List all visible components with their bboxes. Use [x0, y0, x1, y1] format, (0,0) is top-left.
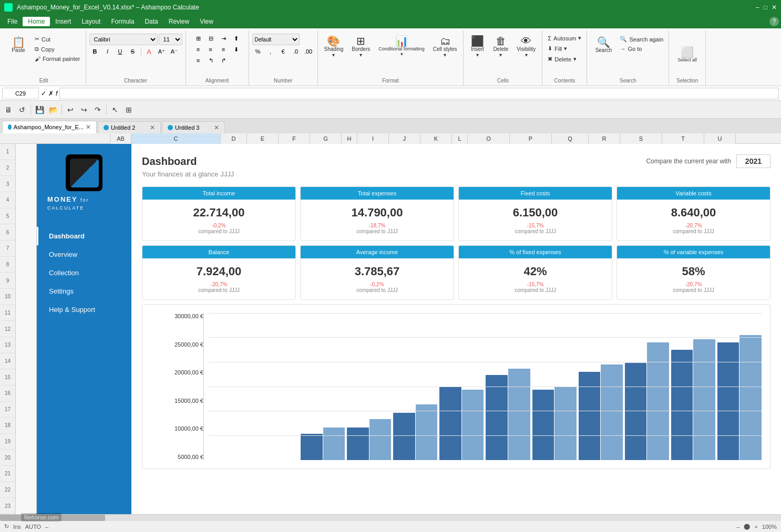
align-left-button[interactable]: ≡: [192, 45, 204, 54]
menu-data[interactable]: Data: [139, 17, 163, 26]
sidebar-item-overview[interactable]: Overview: [37, 245, 131, 264]
restore-btn[interactable]: □: [764, 4, 767, 11]
tab-close-0[interactable]: ✕: [86, 123, 91, 131]
copy-button[interactable]: ⧉ Copy: [33, 45, 83, 54]
refresh-icon[interactable]: ↻: [4, 523, 9, 530]
number-format-select[interactable]: Default: [252, 34, 300, 45]
format-painter-button[interactable]: 🖌 Format painter: [33, 55, 83, 63]
tab-2[interactable]: Untitled 3 ✕: [162, 121, 225, 133]
conditional-formatting-button[interactable]: 📊 Conditional formatting ▾: [375, 34, 428, 59]
row-3[interactable]: 3: [0, 176, 15, 192]
zoom-out-icon[interactable]: –: [736, 524, 739, 530]
sidebar-item-collection[interactable]: Collection: [37, 264, 131, 282]
col-f[interactable]: F: [279, 133, 310, 144]
row-5[interactable]: 5: [0, 208, 15, 225]
row-2[interactable]: 2: [0, 160, 15, 176]
strikethrough-button[interactable]: S: [127, 47, 139, 56]
sidebar-item-dashboard[interactable]: Dashboard: [37, 227, 131, 245]
col-r[interactable]: R: [589, 133, 620, 144]
font-shrink-button[interactable]: A⁻: [169, 47, 180, 56]
align-right-button[interactable]: ≡: [218, 45, 229, 54]
help-icon[interactable]: ?: [769, 17, 779, 26]
fill-button[interactable]: ⬇ Fill ▾: [546, 44, 583, 53]
row-20[interactable]: 20: [0, 450, 15, 466]
tab-close-2[interactable]: ✕: [214, 124, 219, 131]
row-4[interactable]: 4: [0, 192, 15, 208]
cut-button[interactable]: ✂ Cut: [33, 35, 83, 44]
col-k[interactable]: K: [420, 133, 452, 144]
row-22[interactable]: 22: [0, 482, 15, 498]
underline-button[interactable]: U: [115, 47, 126, 56]
open-button[interactable]: 📂: [47, 103, 59, 116]
align-center-button[interactable]: ≡: [205, 45, 217, 54]
wrap-text-button[interactable]: ⊞: [192, 34, 204, 43]
autosum-button[interactable]: Σ Autosum ▾: [546, 34, 583, 43]
menu-insert[interactable]: Insert: [50, 17, 76, 26]
menu-formula[interactable]: Formula: [106, 17, 139, 26]
decrease-decimal-button[interactable]: .0: [290, 47, 302, 56]
col-g[interactable]: G: [310, 133, 342, 144]
search-again-button[interactable]: 🔍 Search again: [618, 35, 665, 44]
accounting-button[interactable]: €: [278, 47, 289, 56]
select-all-button[interactable]: ⬜ Select all: [674, 32, 701, 77]
undo-button[interactable]: ↩: [64, 103, 77, 116]
indent-button[interactable]: ⇥: [218, 34, 229, 43]
ltr-button[interactable]: ↱: [218, 56, 229, 65]
row-14[interactable]: 14: [0, 353, 15, 370]
col-c[interactable]: C: [131, 133, 221, 144]
tab-close-1[interactable]: ✕: [150, 124, 155, 131]
corner-cell[interactable]: [0, 133, 110, 143]
menu-view[interactable]: View: [194, 17, 219, 26]
contents-delete-button[interactable]: ✖ Delete ▾: [546, 55, 583, 64]
align-top-button[interactable]: ⬆: [230, 34, 242, 43]
col-q[interactable]: Q: [552, 133, 589, 144]
undo-more-button[interactable]: ↺: [16, 103, 28, 116]
menu-file[interactable]: File: [2, 17, 23, 26]
row-18[interactable]: 18: [0, 418, 15, 434]
row-16[interactable]: 16: [0, 385, 15, 402]
increase-decimal-button[interactable]: .00: [303, 47, 314, 56]
menu-layout[interactable]: Layout: [76, 17, 106, 26]
font-color-button[interactable]: A: [143, 47, 155, 56]
col-o[interactable]: O: [468, 133, 510, 144]
thousands-button[interactable]: ,: [265, 47, 276, 56]
redo-button[interactable]: ↪: [78, 103, 90, 116]
italic-button[interactable]: I: [102, 47, 114, 56]
row-10[interactable]: 10: [0, 289, 15, 305]
col-ab[interactable]: AB: [110, 133, 131, 144]
font-grow-button[interactable]: A⁺: [156, 47, 168, 56]
align-bottom-button[interactable]: ⬇: [230, 45, 242, 54]
font-size-select[interactable]: 11: [159, 34, 182, 45]
col-j[interactable]: J: [389, 133, 420, 144]
sidebar-item-help[interactable]: Help & Support: [37, 300, 131, 319]
paste-button[interactable]: 📋 Paste: [5, 34, 32, 56]
col-i[interactable]: I: [357, 133, 389, 144]
insert-button[interactable]: ⬛ Insert ▾: [467, 34, 488, 60]
tab-0[interactable]: Ashampoo_Money_for_E... ✕: [2, 121, 97, 133]
search-button[interactable]: 🔍 Search: [590, 34, 616, 56]
formula-equals-icon[interactable]: f: [56, 90, 57, 97]
row-19[interactable]: 19: [0, 434, 15, 450]
goto-button[interactable]: → Go to: [618, 45, 665, 53]
zoom-slider[interactable]: ⬤: [744, 523, 750, 530]
col-p[interactable]: P: [510, 133, 552, 144]
merge-button[interactable]: ⊟: [205, 34, 217, 43]
row-23[interactable]: 23: [0, 498, 15, 514]
repeat-button[interactable]: ↷: [91, 103, 104, 116]
close-btn[interactable]: ✕: [772, 4, 777, 11]
formula-input[interactable]: [59, 88, 779, 99]
col-u[interactable]: U: [704, 133, 736, 144]
horizontal-scrollbar[interactable]: [0, 514, 781, 520]
menu-review[interactable]: Review: [163, 17, 194, 26]
row-17[interactable]: 17: [0, 402, 15, 418]
row-7[interactable]: 7: [0, 241, 15, 257]
cell-styles-button[interactable]: 🗂 Cell styles ▾: [430, 34, 460, 60]
delete-button[interactable]: 🗑 Delete ▾: [490, 34, 511, 60]
col-e[interactable]: E: [247, 133, 279, 144]
print-button[interactable]: ⊞: [122, 103, 135, 116]
row-11[interactable]: 11: [0, 305, 15, 321]
col-s[interactable]: S: [620, 133, 662, 144]
visibility-button[interactable]: 👁 Visibility ▾: [513, 34, 539, 60]
row-6[interactable]: 6: [0, 224, 15, 241]
bold-button[interactable]: B: [89, 47, 101, 56]
